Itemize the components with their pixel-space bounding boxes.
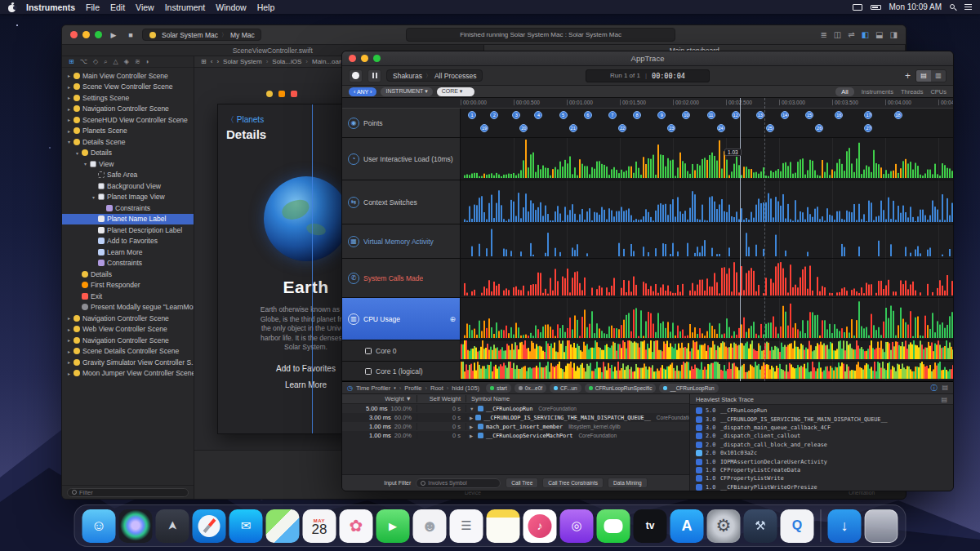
menu-edit[interactable]: Edit [110, 2, 125, 12]
disclosure-triangle[interactable]: ▼ [470, 407, 475, 411]
point-flag[interactable]: 26 [815, 124, 823, 132]
navigator-item-present-modally-segue-learnmor[interactable]: Present Modally segue "LearnMor... [62, 302, 194, 313]
symbol-search-input[interactable]: Involves Symbol [416, 478, 501, 488]
add-instrument-button[interactable]: + [905, 70, 911, 82]
point-flag[interactable]: 25 [766, 124, 774, 132]
stack-trace-row[interactable]: 2.0_dispatch_client_callout [690, 432, 953, 440]
filter-token-instrument[interactable]: INSTRUMENT ▾ [381, 87, 432, 96]
disclosure-triangle[interactable]: ▸ [65, 349, 73, 354]
track-row-user-interactive-load-10ms[interactable]: ◔User Interactive Load (10ms) [342, 138, 953, 180]
point-flag[interactable]: 9 [657, 111, 666, 119]
jumpbar-item-hidd-105[interactable]: hidd (105) [452, 384, 479, 392]
trash-dock-icon[interactable] [865, 509, 898, 543]
menu-clock[interactable]: Mon 10:09 AM [889, 2, 942, 11]
track-chart[interactable] [461, 259, 953, 297]
stack-trace-row[interactable]: 2.0_dispatch_call_block_and_release [690, 441, 953, 449]
point-flag[interactable]: 1 [468, 111, 476, 119]
column-self-weight[interactable]: Self Weight [417, 395, 466, 402]
contacts-dock-icon[interactable]: ☻ [413, 509, 447, 543]
navigator-item-constraints[interactable]: Constraints [62, 258, 194, 269]
navigator-item-scenehud-view-controller-scene[interactable]: ▸SceneHUD View Controller Scene [62, 114, 194, 126]
navigator-toggle-icon[interactable]: ◧ [862, 30, 869, 39]
navigator-item-first-responder[interactable]: First Responder [62, 280, 194, 291]
navigator-item-web-view-controller-scene[interactable]: ▸Web View Controller Scene [62, 324, 194, 335]
issue-navigator-icon[interactable]: △ [114, 58, 118, 65]
column-symbol-name[interactable]: Symbol Name [466, 395, 689, 402]
point-flag[interactable]: 4 [534, 111, 542, 119]
tv-dock-icon[interactable]: tv [634, 509, 667, 543]
view-toggle[interactable]: ▤▥ [915, 69, 947, 82]
stack-chip-cfrunlooprun[interactable]: __CFRunLoopRun [659, 384, 718, 393]
filter-token-any[interactable]: ‹ ANY › [349, 87, 376, 96]
call-tree-constraints-button[interactable]: Call Tree Constraints [542, 478, 604, 488]
disclosure-triangle[interactable]: ▸ [65, 337, 73, 343]
debug-navigator-icon[interactable]: ≋ [135, 58, 140, 65]
strategy-tab-instruments[interactable]: Instruments [862, 88, 893, 96]
navigator-item-view[interactable]: ▾View [62, 158, 194, 170]
point-flag[interactable]: 16 [835, 111, 843, 119]
disclosure-triangle[interactable]: ▶ [470, 415, 473, 420]
mail-dock-icon[interactable]: ✉ [229, 509, 263, 543]
disclosure-triangle[interactable]: ▸ [65, 359, 73, 365]
itunes-dock-icon[interactable]: ♪ [523, 509, 557, 543]
point-flag[interactable]: 7 [608, 111, 617, 119]
strategy-tab-all[interactable]: All [835, 87, 853, 96]
quicktime-dock-icon[interactable]: Q [781, 509, 814, 543]
disclosure-triangle[interactable]: ▸ [65, 371, 73, 376]
track-row-core-1-logical[interactable]: Core 1 (logical) [342, 362, 953, 381]
jumpbar-item-profile[interactable]: Profile [404, 384, 421, 392]
breakpoint-navigator-icon[interactable]: ◗ [146, 58, 150, 65]
timeline-ruler[interactable]: 00:00.00000:00.50000:01.00000:01.50000:0… [342, 98, 953, 109]
battery-icon[interactable] [871, 5, 881, 10]
reminders-dock-icon[interactable]: ☰ [450, 509, 483, 543]
track-row-virtual-memory-activity[interactable]: ▦Virtual Memory Activity [342, 224, 953, 259]
point-flag[interactable]: 17 [864, 111, 872, 119]
disclosure-triangle[interactable]: ▾ [74, 150, 81, 156]
back-icon[interactable]: ‹ [211, 58, 213, 65]
track-label[interactable]: ◔User Interactive Load (10ms) [342, 138, 461, 180]
track-row-system-calls-made[interactable]: ✆System Calls Made [342, 259, 953, 298]
breadcrumb-0[interactable]: Solar System [223, 58, 262, 65]
jumpbar-item-root[interactable]: Root [430, 384, 443, 392]
navigator-item-exit[interactable]: Exit [62, 291, 194, 302]
first-responder-icon[interactable] [278, 91, 285, 97]
siri-dock-icon[interactable] [119, 509, 153, 543]
stop-button[interactable]: ■ [125, 31, 136, 39]
disclosure-triangle[interactable]: ▾ [90, 194, 97, 200]
view-controller-icon[interactable] [266, 91, 273, 97]
track-label[interactable]: ◉Points [342, 109, 461, 137]
target-selector[interactable]: Shakuras 〉 All Processes [386, 69, 483, 82]
navigator-item-navigation-controller-scene[interactable]: ▸Navigation Controller Scene [62, 335, 194, 346]
point-flag[interactable]: 5 [559, 111, 568, 119]
exit-icon[interactable] [291, 91, 297, 97]
maps-dock-icon[interactable] [266, 509, 300, 543]
system-preferences-dock-icon[interactable]: ⚙ [707, 509, 741, 543]
point-flag[interactable]: 6 [584, 111, 592, 119]
breadcrumb-2[interactable]: Main...oard [312, 58, 345, 65]
filter-token-core[interactable]: CORE ▾ [437, 87, 474, 96]
facetime-dock-icon[interactable]: ▶ [376, 509, 410, 543]
navigator-item-planet-description-label[interactable]: Planet Description Label [62, 224, 194, 236]
pause-button[interactable] [368, 69, 381, 82]
point-flag[interactable]: 18 [894, 111, 902, 119]
navigator-item-planets-scene[interactable]: ▸Planets Scene [62, 126, 194, 137]
disclosure-triangle[interactable]: ▸ [65, 128, 73, 134]
document-icon[interactable]: ▤ [942, 384, 948, 393]
forward-icon[interactable]: › [216, 58, 219, 65]
close-button[interactable] [349, 55, 356, 62]
core-checkbox-icon[interactable] [365, 348, 372, 354]
apple-menu-icon[interactable] [8, 2, 16, 12]
menu-file[interactable]: File [86, 2, 100, 12]
disclosure-triangle[interactable]: ▶ [470, 433, 475, 438]
launchpad-dock-icon[interactable]: ➤ [156, 509, 189, 543]
stack-trace-row[interactable]: 3.0__CFRUNLOOP_IS_SERVICING_THE_MAIN_DIS… [690, 415, 953, 423]
core-checkbox-icon[interactable] [365, 368, 372, 375]
view-list-icon[interactable]: ▤ [916, 70, 931, 82]
point-flag[interactable]: 14 [781, 111, 789, 119]
navigator-item-gravity-simulator-view-controller-s[interactable]: ▸Gravity Simulator View Controller S... [62, 357, 194, 368]
point-flag[interactable]: 15 [805, 111, 813, 119]
navigator-item-moon-jumper-view-controller-scene[interactable]: ▸Moon Jumper View Controller Scene [62, 368, 194, 380]
scheme-selector[interactable]: Solar System Mac 〉 My Mac [142, 29, 261, 41]
menu-view[interactable]: View [136, 2, 154, 12]
track-label[interactable]: ⇆Context Switches [342, 180, 461, 224]
